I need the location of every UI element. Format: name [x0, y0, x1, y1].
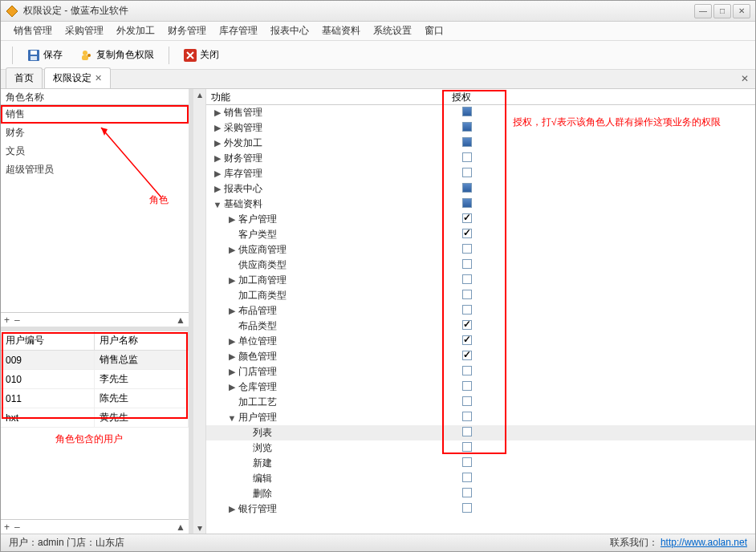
tree-item[interactable]: ▶供应商管理 [206, 242, 755, 258]
tree-item[interactable]: ▶采购管理 [206, 120, 755, 136]
table-row[interactable]: hxt黄先生 [1, 408, 189, 428]
tree-item[interactable]: ▶客户管理 [206, 212, 755, 227]
menu-item-3[interactable]: 财务管理 [163, 22, 211, 40]
table-row[interactable]: 010李先生 [1, 370, 189, 389]
scroll-up-icon[interactable]: ▴ [194, 89, 205, 100]
role-row[interactable]: 文员 [1, 142, 189, 160]
expand-icon[interactable]: ▶ [213, 138, 222, 148]
auth-checkbox[interactable] [462, 229, 472, 238]
auth-checkbox[interactable] [462, 152, 472, 162]
save-button[interactable]: 保存 [21, 45, 69, 65]
expand-icon[interactable]: ▶ [213, 153, 222, 164]
auth-checkbox[interactable] [462, 290, 472, 299]
auth-checkbox[interactable] [462, 107, 472, 116]
tree-item[interactable]: 浏览 [206, 440, 755, 456]
tree-item[interactable]: ▶单位管理 [206, 334, 755, 349]
tab-close-icon[interactable]: ✕ [95, 73, 102, 83]
auth-checkbox[interactable] [462, 442, 472, 452]
tree-item[interactable]: 新建 [206, 456, 755, 471]
close-window-button[interactable]: ✕ [733, 4, 750, 18]
auth-checkbox[interactable] [462, 427, 472, 436]
table-row[interactable]: 009销售总监 [1, 351, 189, 370]
roles-remove-icon[interactable]: – [14, 315, 20, 326]
tree-item[interactable]: ▼基础资料 [206, 197, 755, 212]
auth-checkbox[interactable] [462, 457, 472, 467]
tabbar-close-icon[interactable]: ✕ [741, 73, 749, 84]
tree-item[interactable]: ▶销售管理 [206, 105, 755, 120]
auth-checkbox[interactable] [462, 473, 472, 482]
tree-item[interactable]: ▼用户管理 [206, 410, 755, 425]
copy-role-button[interactable]: 复制角色权限 [74, 45, 161, 65]
close-button[interactable]: 关闭 [177, 45, 226, 65]
tree-item[interactable]: ▶布品管理 [206, 303, 755, 319]
auth-checkbox[interactable] [462, 137, 472, 147]
expand-icon[interactable]: ▶ [227, 351, 237, 362]
expand-icon[interactable]: ▶ [227, 382, 237, 392]
status-link[interactable]: http://www.aolan.net [660, 537, 747, 548]
maximize-button[interactable]: □ [713, 4, 731, 18]
tree-item[interactable]: ▶财务管理 [206, 151, 755, 166]
role-row[interactable]: 财务 [1, 124, 189, 142]
collapse-icon[interactable]: ▼ [213, 200, 222, 209]
auth-checkbox[interactable] [462, 381, 472, 391]
expand-icon[interactable]: ▶ [227, 275, 237, 286]
menu-item-5[interactable]: 报表中心 [266, 22, 314, 40]
tree-item[interactable]: ▶仓库管理 [206, 380, 755, 395]
expand-icon[interactable]: ▶ [213, 108, 222, 118]
users-add-icon[interactable]: + [4, 522, 10, 533]
expand-icon[interactable]: ▶ [227, 504, 237, 514]
expand-icon[interactable]: ▶ [227, 306, 237, 316]
auth-checkbox[interactable] [462, 351, 472, 360]
collapse-icon[interactable]: ▼ [227, 413, 237, 423]
auth-checkbox[interactable] [462, 503, 472, 513]
tree-item[interactable]: ▶银行管理 [206, 501, 755, 517]
tree-item[interactable]: ▶加工商管理 [206, 273, 755, 288]
auth-checkbox[interactable] [462, 335, 472, 345]
auth-checkbox[interactable] [462, 244, 472, 254]
menu-item-7[interactable]: 系统设置 [368, 22, 417, 40]
roles-collapse-icon[interactable]: ▲ [176, 315, 185, 326]
expand-icon[interactable]: ▶ [213, 123, 222, 133]
expand-icon[interactable]: ▶ [227, 214, 237, 225]
tree-item[interactable]: 客户类型 [206, 227, 755, 242]
auth-checkbox[interactable] [462, 198, 472, 208]
tree-item[interactable]: ▶外发加工 [206, 136, 755, 151]
tree-item[interactable]: ▶门店管理 [206, 364, 755, 380]
auth-checkbox[interactable] [462, 320, 472, 330]
tree-item[interactable]: 加工工艺 [206, 395, 755, 410]
menu-item-8[interactable]: 窗口 [420, 22, 449, 40]
tree-item[interactable]: 布品类型 [206, 319, 755, 334]
menu-item-6[interactable]: 基础资料 [317, 22, 365, 40]
tree-item[interactable]: 供应商类型 [206, 258, 755, 273]
auth-checkbox[interactable] [462, 412, 472, 421]
menu-item-1[interactable]: 采购管理 [60, 22, 108, 40]
auth-checkbox[interactable] [462, 213, 472, 223]
role-row[interactable]: 超级管理员 [1, 160, 189, 179]
auth-checkbox[interactable] [462, 274, 472, 284]
users-remove-icon[interactable]: – [14, 522, 20, 533]
tree-item[interactable]: 列表 [206, 425, 755, 440]
expand-icon[interactable]: ▶ [227, 367, 237, 377]
tree-item[interactable]: 删除 [206, 486, 755, 501]
scroll-down-icon[interactable]: ▾ [194, 522, 205, 534]
expand-icon[interactable]: ▶ [227, 336, 237, 347]
expand-icon[interactable]: ▶ [213, 168, 222, 179]
tab-0[interactable]: 首页 [6, 67, 43, 88]
role-row[interactable]: 销售 [1, 105, 189, 124]
tree-item[interactable]: 加工商类型 [206, 288, 755, 303]
tree-item[interactable]: ▶报表中心 [206, 181, 755, 197]
menu-item-4[interactable]: 库存管理 [214, 22, 262, 40]
auth-checkbox[interactable] [462, 168, 472, 177]
minimize-button[interactable]: — [694, 4, 712, 18]
auth-checkbox[interactable] [462, 305, 472, 315]
auth-checkbox[interactable] [462, 122, 472, 132]
auth-checkbox[interactable] [462, 183, 472, 193]
users-collapse-icon[interactable]: ▲ [176, 522, 185, 533]
tree-item[interactable]: ▶库存管理 [206, 166, 755, 181]
expand-icon[interactable]: ▶ [213, 184, 222, 194]
table-row[interactable]: 011陈先生 [1, 389, 189, 408]
tree-item[interactable]: ▶颜色管理 [206, 349, 755, 364]
menu-item-0[interactable]: 销售管理 [9, 22, 57, 40]
auth-checkbox[interactable] [462, 366, 472, 375]
tab-1[interactable]: 权限设定✕ [44, 67, 111, 88]
